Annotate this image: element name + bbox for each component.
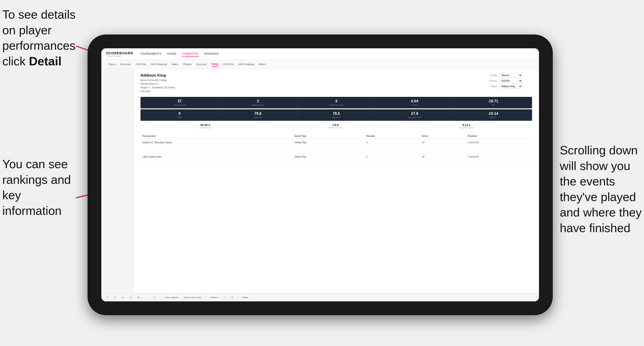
stat-label-national-rank: National Rank: [142, 104, 217, 106]
stat-label-avg-sg: Avg SG: [456, 116, 530, 119]
logo-sub: Powered by clippd: [106, 55, 133, 57]
subnav-players[interactable]: Players: [183, 62, 192, 66]
th-position: Position: [466, 133, 532, 139]
record-overall-label: Overall Record: [199, 127, 211, 129]
separator1: —: [144, 296, 149, 299]
division-select[interactable]: NJCAA I NJCAA II: [499, 79, 522, 83]
undo-button[interactable]: ↺: [105, 296, 110, 299]
th-score: Score: [420, 133, 466, 139]
table-row: [140, 146, 532, 153]
stat-label-points: Points: [378, 104, 452, 106]
player-filters: Gender Women Men Division NJCAA I NJCAA …: [486, 73, 532, 93]
record-top50: 5-11-1 Record vs top 50: [460, 124, 473, 129]
player-college: Mesa Community College: [140, 78, 175, 82]
tablet-screen: SCOREBOARD Powered by clippd TOURNAMENTS…: [101, 48, 539, 301]
table-row: Lady Coyote Invite Stroke Play 2 16 7 ou…: [140, 153, 532, 161]
record-top25-value: 1-5-0: [328, 124, 342, 127]
stat-value-wins: 0: [142, 112, 217, 116]
cell-position-3: 7 out of 20: [466, 153, 532, 161]
redo-button[interactable]: ↻: [113, 296, 118, 299]
subnav-h2h-heatmap2[interactable]: H2H Heatmap: [238, 62, 254, 66]
th-event-type: Event Type: [293, 133, 364, 139]
left-panel: [101, 69, 134, 293]
record-top25-label: Record vs top 25: [328, 127, 342, 129]
nav-tournaments[interactable]: TOURNAMENTS: [140, 51, 161, 57]
subnav-matrix2[interactable]: Matrix: [259, 62, 266, 66]
subnav-summary[interactable]: Summary: [120, 62, 131, 66]
stat-label-conference-rank: Conference Rank: [299, 104, 373, 106]
separator3: [206, 296, 206, 299]
stat-conference-rank: 3 Conference Rank: [297, 97, 376, 108]
stat-value-regional-rank: 3: [221, 99, 295, 103]
zoom-in-button[interactable]: ⊕: [121, 296, 125, 299]
stat-value-avg-score-to-par: 27.8: [378, 112, 452, 116]
main-content: Addison King Mesa Community College NJCA…: [134, 69, 539, 293]
stat-label-regional-rank: Regional Rank: [221, 104, 295, 106]
layout-button[interactable]: ⊞: [230, 296, 234, 299]
cell-tournament-3: Lady Coyote Invite: [140, 153, 293, 161]
stat-avg-score-to-par: 27.8 Avg Score to Par: [376, 109, 454, 121]
stat-label-avg-score: Avg Score: [221, 116, 295, 119]
logo-title: SCOREBOARD: [106, 51, 133, 55]
clock-button[interactable]: ◷: [152, 296, 157, 299]
subnav-h2h-heatmap[interactable]: H2H Heatmap: [151, 62, 167, 66]
screen-button[interactable]: □: [223, 296, 227, 299]
player-header: Addison King Mesa Community College NJCA…: [140, 73, 532, 93]
subnav-summary2[interactable]: Summary: [196, 62, 207, 66]
nav-rankings[interactable]: RANKINGS: [204, 51, 218, 57]
stat-adj-score: 78.5 Adj Score: [297, 109, 376, 121]
view-original-button[interactable]: View: Original: [164, 296, 179, 299]
stats-row-2: 0 Wins 79.6 Avg Score 78.5 Adj Score 27.…: [140, 109, 532, 121]
subnav-detail[interactable]: Detail: [212, 62, 218, 67]
save-custom-view-button[interactable]: Save Custom View: [182, 296, 202, 299]
stat-value-points: 6.04: [378, 99, 452, 103]
stat-value-sos: -19.71: [456, 99, 530, 103]
record-overall: 91-20-1 Overall Record: [199, 124, 211, 129]
th-tournament: Tournament: [140, 133, 293, 139]
share-button[interactable]: Share: [241, 296, 250, 299]
records-row: 91-20-1 Overall Record 1-5-0 Record vs t…: [140, 122, 532, 131]
separator4: [238, 296, 238, 299]
division-filter-row: Division NJCAA I NJCAA II: [486, 79, 532, 83]
stat-value-national-rank: 37: [142, 99, 217, 103]
grid-button[interactable]: ⊞: [136, 296, 141, 299]
watch-button[interactable]: Watch ▾: [209, 296, 220, 299]
nav-committee[interactable]: COMMITTEE: [182, 51, 198, 57]
cell-event-type-1: Stroke Play: [293, 139, 364, 146]
record-top50-value: 5-11-1: [460, 124, 473, 127]
subnav-h2h-grid[interactable]: H2H Grid: [136, 62, 146, 66]
nav-items: TOURNAMENTS TEAMS COMMITTEE RANKINGS: [140, 51, 218, 57]
sub-nav: Teams Summary H2H Grid H2H Heatmap Matri…: [101, 60, 539, 69]
nav-teams[interactable]: TEAMS: [167, 51, 176, 57]
subnav-matrix[interactable]: Matrix: [172, 62, 178, 66]
subnav-h2h-grid2[interactable]: H2H Grid: [223, 62, 234, 66]
stat-avg-score: 79.6 Avg Score: [219, 109, 297, 121]
stat-value-avg-score: 79.6: [221, 112, 295, 116]
annotation-bottom-left: You can see rankings and key information: [2, 157, 80, 218]
player-region: Region 1 - Southwest (18) District: [140, 86, 175, 89]
gender-select[interactable]: Women Men: [499, 73, 522, 78]
player-select[interactable]: Addison King: [499, 84, 522, 89]
stat-national-rank: 37 National Rank: [140, 97, 219, 108]
stat-label-sos: SoS: [456, 104, 530, 106]
player-label: Player: [486, 85, 498, 88]
cell-event-type-3: Stroke Play: [293, 153, 364, 161]
cell-score-1: 17: [420, 139, 466, 146]
player-info: Addison King Mesa Community College NJCA…: [140, 73, 175, 93]
th-rounds: Rounds: [364, 133, 420, 139]
record-top50-label: Record vs top 50: [460, 127, 473, 129]
cell-rounds-1: 2: [364, 139, 420, 146]
cell-tournament-1: Estella CC- Mountain Classic: [140, 139, 293, 146]
stat-regional-rank: 3 Regional Rank: [219, 97, 297, 108]
zoom-out-button[interactable]: ⊖: [128, 296, 133, 299]
stats-row-1: 37 National Rank 3 Regional Rank 3 Confe…: [140, 97, 532, 108]
stat-label-wins: Wins: [142, 116, 217, 119]
subnav-teams[interactable]: Teams: [108, 62, 116, 66]
content-area: Addison King Mesa Community College NJCA…: [101, 69, 539, 293]
app-nav: SCOREBOARD Powered by clippd TOURNAMENTS…: [101, 48, 539, 60]
scoreboard-logo: SCOREBOARD Powered by clippd: [106, 51, 133, 57]
stat-label-avg-score-to-par: Avg Score to Par: [378, 116, 452, 119]
table-row: Estella CC- Mountain Classic Stroke Play…: [140, 139, 532, 146]
separator2: [160, 296, 160, 299]
player-year: First Year: [140, 89, 175, 93]
